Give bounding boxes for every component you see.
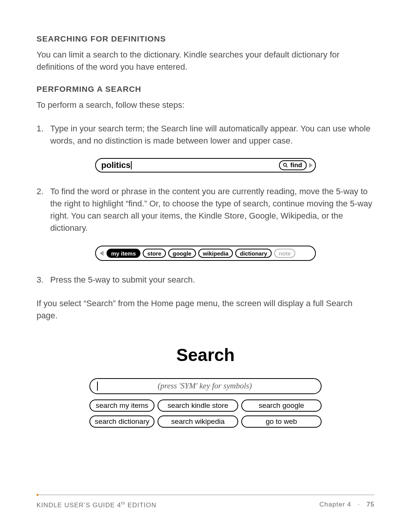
footer-edition-word: EDITION [125,502,156,509]
svg-point-0 [284,163,287,166]
step-3: 3. Press the 5-way to submit your search… [37,274,374,286]
step-2: 2. To find the word or phrase in the con… [37,185,374,234]
para-perform-intro: To perform a search, follow these steps: [37,99,374,111]
heading-performing-search: PERFORMING A SEARCH [37,85,374,94]
btn-search-google[interactable]: search google [241,399,322,412]
option-my-items[interactable]: my items [107,249,140,258]
illustration-search-page: Search (press 'SYM' key for symbols) sea… [89,345,322,428]
footer-dot-icon [37,494,38,496]
btn-search-my-items[interactable]: search my items [89,399,155,412]
search-term-text: politics [101,161,132,169]
footer-separator: · [358,501,360,508]
btn-search-wikipedia[interactable]: search wikipedia [158,415,238,428]
footer-page-number: 75 [366,501,374,508]
step-2-number: 2. [37,185,43,198]
footer-rule [37,495,374,495]
btn-search-kindle-store[interactable]: search kindle store [158,399,238,412]
step-1: 1. Type in your search term; the Search … [37,123,374,147]
illustration-options-bar: my items store google wikipedia dictiona… [37,246,374,261]
option-store[interactable]: store [143,249,166,258]
step-1-number: 1. [37,123,43,135]
illustration-search-bar: politics find [37,158,374,173]
footer-chapter: Chapter 4 [319,501,351,508]
search-page-placeholder: (press 'SYM' key for symbols) [96,381,314,391]
step-1-text: Type in your search term; the Search lin… [50,124,370,145]
btn-search-dictionary[interactable]: search dictionary [89,415,155,428]
footer-guide-name: KINDLE USER’S GUIDE 4 [37,502,121,509]
option-dictionary[interactable]: dictionary [235,249,272,258]
option-google[interactable]: google [168,249,196,258]
arrow-right-icon [309,163,313,168]
option-note[interactable]: note [274,249,295,258]
search-page-input[interactable]: (press 'SYM' key for symbols) [89,378,322,394]
step-3-number: 3. [37,274,43,286]
find-label: find [290,161,302,169]
footer-edition-sup: th [121,501,125,505]
para-definitions: You can limit a search to the dictionary… [37,49,374,73]
arrow-left-icon [100,251,104,256]
svg-line-1 [286,166,288,168]
find-button[interactable]: find [279,160,307,170]
heading-searching-definitions: SEARCHING FOR DEFINITIONS [37,34,374,43]
btn-go-to-web[interactable]: go to web [241,415,322,428]
step-2-text: To find the word or phrase in the conten… [50,187,372,233]
option-wikipedia[interactable]: wikipedia [198,249,233,258]
footer-left: KINDLE USER’S GUIDE 4th EDITION [37,501,156,509]
search-page-title: Search [89,345,322,365]
footer-right: Chapter 4 · 75 [319,501,374,509]
para-after-steps: If you select “Search” from the Home pag… [37,297,374,322]
step-3-text: Press the 5-way to submit your search. [50,275,195,284]
magnifier-icon [283,163,288,168]
